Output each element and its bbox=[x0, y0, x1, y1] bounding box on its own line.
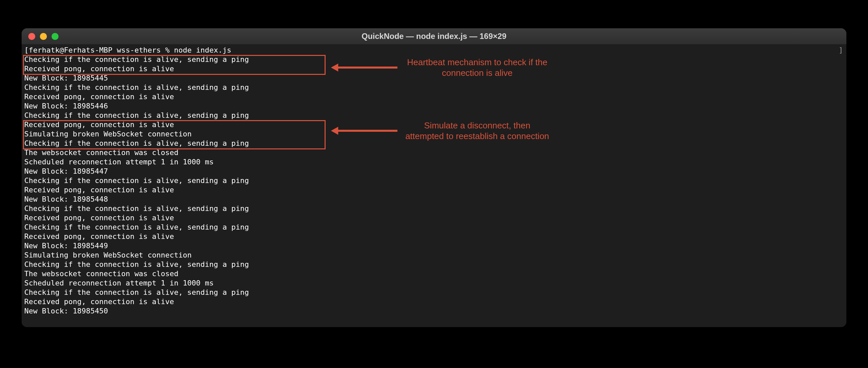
terminal-line: Received pong, connection is alive bbox=[24, 297, 844, 306]
terminal-window: QuickNode — node index.js — 169×29 ] [fe… bbox=[22, 28, 846, 327]
terminal-line: The websocket connection was closed bbox=[24, 148, 844, 157]
terminal-line: Received pong, connection is alive bbox=[24, 92, 844, 101]
terminal-line: Simulating broken WebSocket connection bbox=[24, 250, 844, 260]
terminal-line: Received pong, connection is alive bbox=[24, 213, 844, 223]
terminal-line: New Block: 18985448 bbox=[24, 195, 844, 204]
terminal-line: New Block: 18985447 bbox=[24, 167, 844, 176]
annotation-disconnect: Simulate a disconnect, then attempted to… bbox=[331, 120, 550, 142]
close-icon[interactable] bbox=[28, 33, 35, 40]
terminal-line: New Block: 18985450 bbox=[24, 306, 844, 316]
minimize-icon[interactable] bbox=[40, 33, 47, 40]
terminal-line: Checking if the connection is alive, sen… bbox=[24, 288, 844, 297]
terminal-line: The websocket connection was closed bbox=[24, 269, 844, 278]
terminal-line: Checking if the connection is alive, sen… bbox=[24, 260, 844, 269]
maximize-icon[interactable] bbox=[52, 33, 59, 40]
prompt-text: ferhatk@Ferhats-MBP wss-ethers % node in… bbox=[29, 46, 231, 54]
terminal-line: Checking if the connection is alive, sen… bbox=[24, 83, 844, 92]
titlebar[interactable]: QuickNode — node index.js — 169×29 bbox=[22, 28, 846, 44]
prompt-bracket: [ bbox=[24, 46, 29, 54]
terminal-body[interactable]: ] [ferhatk@Ferhats-MBP wss-ethers % node… bbox=[22, 44, 846, 327]
annotation-text: Heartbeat mechanism to check if the conn… bbox=[404, 57, 550, 78]
terminal-line: Checking if the connection is alive, sen… bbox=[24, 204, 844, 213]
terminal-line: Scheduled reconnection attempt 1 in 1000… bbox=[24, 157, 844, 167]
arrow-left-icon bbox=[331, 129, 397, 132]
annotation-text: Simulate a disconnect, then attempted to… bbox=[404, 120, 550, 142]
terminal-line: Checking if the connection is alive, sen… bbox=[24, 111, 844, 120]
traffic-lights bbox=[28, 33, 59, 40]
terminal-line: New Block: 18985446 bbox=[24, 101, 844, 111]
prompt-line: [ferhatk@Ferhats-MBP wss-ethers % node i… bbox=[24, 45, 844, 55]
terminal-line: New Block: 18985449 bbox=[24, 241, 844, 250]
terminal-line: Received pong, connection is alive bbox=[24, 185, 844, 195]
terminal-line: Scheduled reconnection attempt 1 in 1000… bbox=[24, 278, 844, 288]
window-title: QuickNode — node index.js — 169×29 bbox=[362, 32, 506, 41]
annotation-heartbeat: Heartbeat mechanism to check if the conn… bbox=[331, 57, 550, 78]
terminal-line: Checking if the connection is alive, sen… bbox=[24, 176, 844, 185]
terminal-line: Received pong, connection is alive bbox=[24, 232, 844, 241]
cursor-bracket-right: ] bbox=[839, 45, 843, 55]
terminal-line: Checking if the connection is alive, sen… bbox=[24, 223, 844, 232]
arrow-left-icon bbox=[331, 66, 397, 69]
